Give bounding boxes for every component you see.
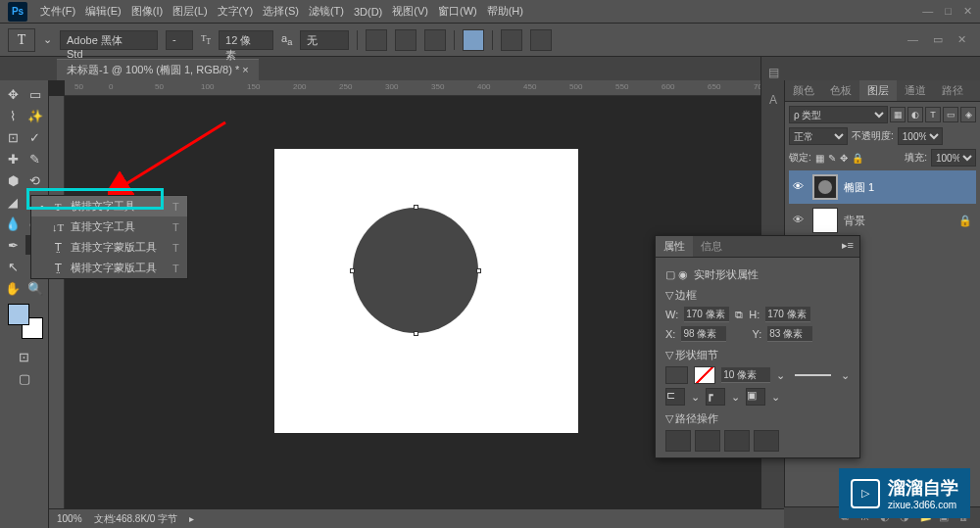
inner-close-icon[interactable]: ✕	[957, 33, 966, 45]
close-icon[interactable]: ✕	[963, 5, 972, 18]
lock-trans-icon[interactable]: ▦	[815, 153, 824, 164]
menu-image[interactable]: 图像(I)	[126, 4, 168, 19]
tab-paths[interactable]: 路径	[934, 80, 971, 101]
minimize-icon[interactable]: —	[922, 5, 933, 18]
layer-visibility-icon[interactable]: 👁	[793, 214, 807, 227]
font-style-select[interactable]: -	[166, 30, 193, 50]
color-picker[interactable]	[8, 304, 43, 339]
lock-all-icon[interactable]: 🔒	[852, 153, 863, 164]
filter-shape-icon[interactable]: ▭	[943, 107, 958, 122]
tool-pen[interactable]: ✒	[3, 235, 23, 255]
corner-style-button[interactable]: ┏	[706, 388, 725, 406]
inner-minimize-icon[interactable]: —	[907, 33, 918, 45]
history-panel-icon[interactable]: ▤	[761, 61, 785, 84]
menu-view[interactable]: 视图(V)	[387, 4, 433, 19]
menu-help[interactable]: 帮助(H)	[482, 4, 528, 19]
cap-style-button[interactable]: ⊏	[665, 388, 685, 406]
link-wh-icon[interactable]: ⧉	[735, 309, 743, 321]
tool-move[interactable]: ✥	[3, 84, 23, 104]
layer-thumbnail[interactable]	[812, 208, 838, 233]
ellipse-shape[interactable]	[353, 208, 478, 333]
menu-filter[interactable]: 滤镜(T)	[304, 4, 349, 19]
layer-filter-select[interactable]: ρ 类型	[789, 106, 888, 123]
blend-mode-select[interactable]: 正常	[789, 127, 848, 145]
layer-name[interactable]: 背景	[844, 214, 865, 228]
filter-smart-icon[interactable]: ◈	[960, 107, 976, 122]
antialias-select[interactable]: 无	[300, 30, 349, 50]
zoom-value[interactable]: 100%	[57, 513, 82, 524]
align-right-button[interactable]	[424, 29, 446, 51]
doc-info[interactable]: 文档:468.8K/0 字节	[94, 512, 178, 526]
ruler-vertical[interactable]	[49, 96, 65, 528]
tool-heal[interactable]: ✚	[3, 149, 23, 168]
tool-history[interactable]: ⟲	[25, 170, 45, 190]
filter-pixel-icon[interactable]: ▦	[890, 107, 906, 122]
flyout-vertical-mask-text[interactable]: T̤ 直排文字蒙版工具 T	[31, 237, 187, 258]
tool-crop[interactable]: ⊡	[3, 127, 23, 147]
warp-text-button[interactable]	[501, 29, 522, 51]
font-family-select[interactable]: Adobe 黑体 Std	[60, 30, 158, 50]
flyout-horizontal-text[interactable]: • T 横排文字工具 T	[31, 196, 187, 216]
layer-visibility-icon[interactable]: 👁	[793, 180, 807, 194]
width-input[interactable]	[684, 307, 729, 322]
menu-file[interactable]: 文件(F)	[35, 4, 80, 19]
maximize-icon[interactable]: □	[945, 5, 952, 18]
menu-window[interactable]: 窗口(W)	[433, 4, 482, 19]
path-subtract-button[interactable]	[695, 430, 720, 452]
tool-wand[interactable]: ✨	[25, 106, 45, 125]
align-center-button[interactable]	[395, 29, 416, 51]
height-input[interactable]	[765, 307, 810, 322]
tool-eraser[interactable]: ◢	[3, 192, 23, 212]
menu-edit[interactable]: 编辑(E)	[80, 4, 126, 19]
inner-restore-icon[interactable]: ▭	[933, 33, 943, 45]
tool-eyedropper[interactable]: ✓	[25, 127, 45, 147]
tool-path-select[interactable]: ↖	[3, 257, 23, 276]
lock-paint-icon[interactable]: ✎	[828, 153, 836, 164]
stroke-dropdown-icon[interactable]: ⌄	[776, 369, 785, 382]
menu-layer[interactable]: 图层(L)	[168, 4, 212, 19]
filter-adjust-icon[interactable]: ◐	[907, 107, 923, 122]
layer-thumbnail[interactable]	[812, 174, 838, 200]
tool-zoom[interactable]: 🔍	[25, 278, 45, 298]
tab-info[interactable]: 信息	[693, 236, 730, 257]
fill-select[interactable]: 100%	[931, 149, 976, 167]
layer-row[interactable]: 👁 背景 🔒	[789, 204, 976, 237]
cap-dropdown-icon[interactable]: ⌄	[691, 391, 700, 404]
menu-3d[interactable]: 3D(D)	[349, 6, 387, 18]
active-tool-icon[interactable]: T	[8, 28, 35, 52]
tool-hand[interactable]: ✋	[3, 278, 23, 298]
canvas[interactable]	[274, 149, 578, 433]
tool-marquee[interactable]: ▭	[25, 84, 45, 104]
opacity-select[interactable]: 100%	[898, 127, 943, 145]
quick-mask-button[interactable]: ⊡	[15, 347, 34, 366]
foreground-color[interactable]	[8, 304, 29, 325]
fill-swatch[interactable]	[665, 366, 688, 384]
stroke-width-input[interactable]	[721, 367, 770, 383]
x-input[interactable]	[681, 326, 726, 342]
tool-brush[interactable]: ✎	[25, 149, 45, 168]
text-color-button[interactable]	[463, 29, 484, 51]
properties-panel[interactable]: 属性 信息 ▸≡ ▢ ◉ 实时形状属性 ▽边框 W: ⧉ H: X: Y: ▽形…	[655, 235, 860, 458]
flyout-horizontal-mask-text[interactable]: T̤ 横排文字蒙版工具 T	[31, 258, 187, 278]
tab-properties[interactable]: 属性	[656, 236, 693, 257]
stroke-style-dropdown-icon[interactable]: ⌄	[841, 369, 850, 382]
align-left-button[interactable]	[366, 29, 387, 51]
path-exclude-button[interactable]	[754, 430, 779, 452]
font-size-select[interactable]: 12 像素	[219, 30, 273, 50]
char-panel-button[interactable]	[530, 29, 552, 51]
detail-section-label[interactable]: 形状细节	[675, 349, 718, 360]
path-intersect-button[interactable]	[724, 430, 750, 452]
tool-lasso[interactable]: ⌇	[3, 106, 23, 125]
y-input[interactable]	[767, 326, 812, 342]
filter-type-icon[interactable]: T	[925, 107, 941, 122]
stroke-style-preview[interactable]	[795, 374, 831, 376]
lock-pos-icon[interactable]: ✥	[840, 153, 848, 164]
layer-row[interactable]: 👁 椭圆 1	[789, 170, 976, 204]
tool-preset-icon[interactable]: ⌄	[43, 33, 52, 46]
tool-stamp[interactable]: ⬢	[3, 170, 23, 190]
tab-close-icon[interactable]: ×	[242, 64, 248, 75]
layer-name[interactable]: 椭圆 1	[844, 180, 874, 195]
align-style-button[interactable]: ▣	[746, 388, 765, 406]
pathops-section-label[interactable]: 路径操作	[675, 412, 718, 424]
align-dropdown-icon[interactable]: ⌄	[771, 391, 780, 404]
